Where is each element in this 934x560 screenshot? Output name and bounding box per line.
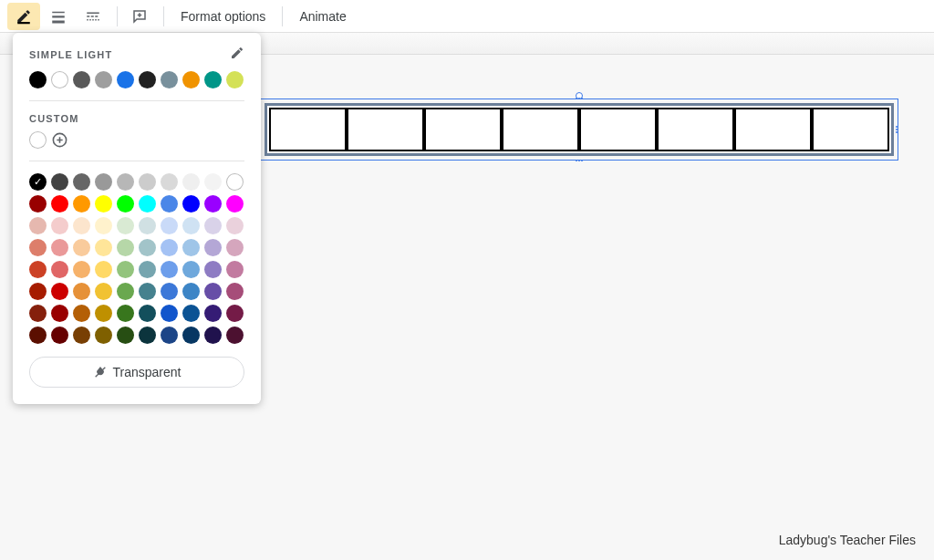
color-swatch[interactable]: [51, 71, 68, 88]
color-swatch[interactable]: [51, 305, 68, 322]
color-swatch[interactable]: [73, 173, 90, 191]
color-swatch[interactable]: [117, 217, 134, 234]
color-swatch[interactable]: [226, 283, 244, 300]
color-swatch[interactable]: [29, 261, 47, 278]
color-swatch[interactable]: [161, 283, 178, 300]
color-swatch[interactable]: [29, 217, 47, 234]
color-swatch[interactable]: [182, 239, 200, 256]
color-swatch[interactable]: [73, 217, 90, 234]
color-swatch[interactable]: [73, 239, 90, 256]
color-swatch[interactable]: [226, 71, 244, 88]
color-swatch[interactable]: [51, 239, 68, 256]
color-swatch[interactable]: [204, 217, 222, 234]
color-swatch[interactable]: [73, 195, 90, 213]
color-swatch[interactable]: [139, 283, 156, 300]
color-swatch[interactable]: [226, 327, 244, 344]
color-swatch[interactable]: [139, 173, 156, 191]
color-swatch[interactable]: [117, 195, 134, 213]
selected-table[interactable]: [260, 99, 898, 161]
color-swatch[interactable]: [139, 327, 156, 344]
color-swatch[interactable]: [117, 261, 134, 278]
color-swatch[interactable]: [182, 173, 200, 191]
color-swatch[interactable]: [161, 327, 178, 344]
color-swatch[interactable]: [51, 261, 68, 278]
edit-theme-colors-button[interactable]: [230, 46, 244, 64]
color-swatch[interactable]: [161, 71, 178, 88]
color-swatch[interactable]: [139, 239, 156, 256]
table-cell[interactable]: [812, 108, 889, 151]
add-custom-color-button[interactable]: [51, 131, 68, 149]
color-swatch[interactable]: [95, 173, 112, 191]
color-swatch[interactable]: [161, 217, 178, 234]
color-swatch[interactable]: [73, 283, 90, 300]
color-swatch[interactable]: [161, 305, 178, 322]
color-swatch[interactable]: [51, 217, 68, 234]
color-swatch[interactable]: [204, 71, 222, 88]
color-swatch[interactable]: [95, 261, 112, 278]
color-swatch[interactable]: [117, 173, 134, 191]
color-swatch[interactable]: [73, 261, 90, 278]
color-swatch[interactable]: [204, 327, 222, 344]
color-swatch[interactable]: [161, 261, 178, 278]
border-weight-button[interactable]: [42, 3, 75, 30]
table-cell[interactable]: [734, 108, 812, 151]
color-swatch[interactable]: [204, 283, 222, 300]
color-swatch[interactable]: [182, 261, 200, 278]
color-swatch[interactable]: [161, 173, 178, 191]
color-swatch[interactable]: [117, 283, 134, 300]
resize-handle-bottom[interactable]: [573, 156, 586, 165]
color-swatch[interactable]: [182, 283, 200, 300]
color-swatch[interactable]: [182, 195, 200, 213]
color-swatch[interactable]: [139, 261, 156, 278]
color-swatch[interactable]: [29, 327, 47, 344]
color-swatch[interactable]: [51, 283, 68, 300]
color-swatch[interactable]: [182, 327, 200, 344]
color-swatch[interactable]: [117, 239, 134, 256]
color-swatch[interactable]: [204, 261, 222, 278]
table-cell[interactable]: [502, 108, 579, 151]
color-swatch[interactable]: [226, 305, 244, 322]
color-swatch[interactable]: [139, 71, 156, 88]
transparent-button[interactable]: Transparent: [29, 357, 244, 388]
color-swatch[interactable]: [226, 195, 244, 213]
color-swatch[interactable]: [117, 327, 134, 344]
color-swatch[interactable]: [139, 195, 156, 213]
color-swatch[interactable]: [226, 173, 244, 191]
add-comment-button[interactable]: [123, 3, 156, 30]
color-swatch[interactable]: [226, 239, 244, 256]
color-swatch[interactable]: [73, 305, 90, 322]
border-color-button[interactable]: [7, 3, 40, 30]
color-swatch[interactable]: [204, 195, 222, 213]
color-swatch[interactable]: [139, 217, 156, 234]
border-dash-button[interactable]: [77, 3, 109, 30]
table-cell[interactable]: [424, 108, 502, 151]
color-swatch[interactable]: [95, 305, 112, 322]
color-swatch[interactable]: [29, 195, 47, 213]
color-swatch[interactable]: [51, 195, 68, 213]
color-swatch[interactable]: [204, 305, 222, 322]
color-swatch[interactable]: [95, 327, 112, 344]
color-swatch[interactable]: [51, 173, 68, 191]
color-swatch[interactable]: [73, 327, 90, 344]
color-swatch[interactable]: [204, 239, 222, 256]
format-options-button[interactable]: Format options: [170, 3, 276, 30]
color-swatch[interactable]: [226, 261, 244, 278]
color-swatch[interactable]: [29, 239, 47, 256]
color-swatch[interactable]: [182, 71, 200, 88]
color-swatch[interactable]: [204, 173, 222, 191]
color-swatch[interactable]: [29, 283, 47, 300]
color-swatch[interactable]: [95, 217, 112, 234]
color-swatch[interactable]: [226, 217, 244, 234]
table-cell[interactable]: [269, 108, 347, 151]
animate-button[interactable]: Animate: [288, 3, 357, 30]
color-swatch[interactable]: [117, 71, 134, 88]
color-swatch[interactable]: [95, 283, 112, 300]
color-swatch[interactable]: [29, 131, 47, 149]
color-swatch[interactable]: [161, 239, 178, 256]
color-swatch[interactable]: [182, 305, 200, 322]
color-swatch[interactable]: [117, 305, 134, 322]
color-swatch[interactable]: [161, 195, 178, 213]
table-cell[interactable]: [657, 108, 734, 151]
table-cell[interactable]: [579, 108, 657, 151]
color-swatch[interactable]: [95, 195, 112, 213]
